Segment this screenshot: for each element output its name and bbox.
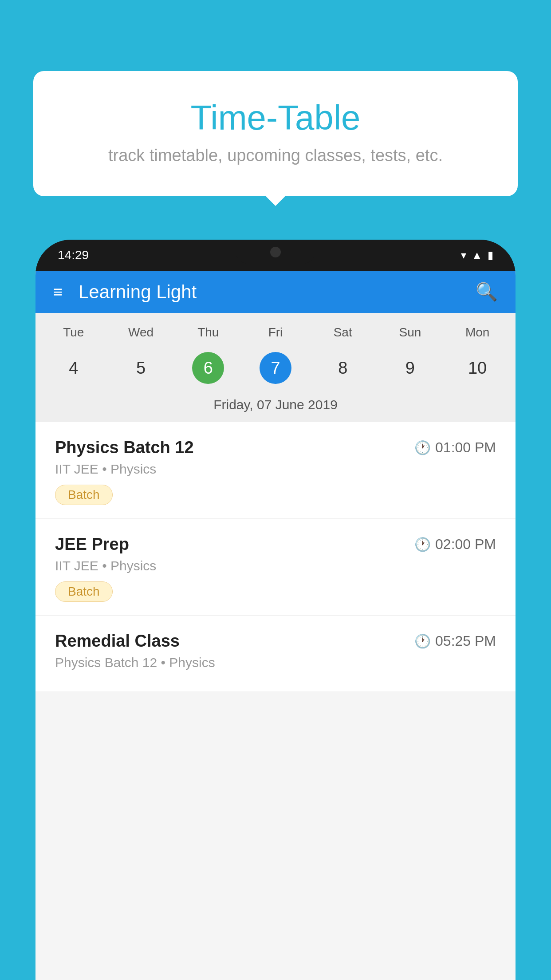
day-header-mon: Mon: [444, 322, 511, 343]
speech-bubble-container: Time-Table track timetable, upcoming cla…: [33, 71, 518, 196]
speech-bubble: Time-Table track timetable, upcoming cla…: [33, 71, 518, 196]
clock-icon-1: 🕐: [414, 537, 431, 552]
day-header-thu: Thu: [174, 322, 242, 343]
schedule-list: Physics Batch 12 🕐 01:00 PM IIT JEE • Ph…: [35, 422, 516, 692]
schedule-item-1[interactable]: JEE Prep 🕐 02:00 PM IIT JEE • Physics Ba…: [35, 519, 516, 616]
schedule-item-2[interactable]: Remedial Class 🕐 05:25 PM Physics Batch …: [35, 616, 516, 692]
day-headers: Tue Wed Thu Fri Sat Sun Mon: [35, 322, 516, 343]
day-header-sat: Sat: [309, 322, 377, 343]
search-icon[interactable]: 🔍: [476, 281, 498, 302]
day-numbers: 4 5 6 7 8 9 10: [35, 346, 516, 390]
app-title: Learning Light: [79, 281, 476, 303]
status-bar: 14:29 ▾ ▲ ▮: [35, 240, 516, 271]
signal-icon: ▲: [472, 249, 482, 261]
schedule-item-0[interactable]: Physics Batch 12 🕐 01:00 PM IIT JEE • Ph…: [35, 422, 516, 519]
bubble-title: Time-Table: [55, 98, 496, 138]
schedule-item-0-header: Physics Batch 12 🕐 01:00 PM: [55, 438, 496, 457]
app-header: ≡ Learning Light 🔍: [35, 271, 516, 313]
date-6-today[interactable]: 6: [174, 346, 242, 390]
schedule-item-1-subtitle: IIT JEE • Physics: [55, 558, 496, 573]
day-header-tue: Tue: [40, 322, 107, 343]
date-4[interactable]: 4: [40, 346, 107, 390]
schedule-item-1-title: JEE Prep: [55, 535, 129, 554]
date-8[interactable]: 8: [309, 346, 377, 390]
date-7-selected[interactable]: 7: [242, 346, 309, 390]
day-header-sun: Sun: [377, 322, 444, 343]
schedule-item-0-title: Physics Batch 12: [55, 438, 194, 457]
status-time: 14:29: [58, 248, 89, 262]
wifi-icon: ▾: [461, 249, 466, 261]
today-circle: 6: [192, 352, 224, 384]
hamburger-icon[interactable]: ≡: [53, 284, 63, 300]
date-9[interactable]: 9: [377, 346, 444, 390]
notch: [236, 240, 315, 264]
schedule-item-2-subtitle: Physics Batch 12 • Physics: [55, 655, 496, 670]
schedule-item-0-time: 🕐 01:00 PM: [414, 439, 496, 456]
batch-badge-1: Batch: [55, 581, 113, 602]
phone-frame: 14:29 ▾ ▲ ▮ ≡ Learning Light 🔍 Tue Wed T…: [35, 240, 516, 980]
schedule-item-1-header: JEE Prep 🕐 02:00 PM: [55, 535, 496, 554]
schedule-item-2-title: Remedial Class: [55, 632, 180, 651]
bubble-subtitle: track timetable, upcoming classes, tests…: [55, 146, 496, 165]
camera-dot: [270, 247, 281, 257]
day-header-wed: Wed: [107, 322, 175, 343]
battery-icon: ▮: [488, 249, 493, 261]
status-icons: ▾ ▲ ▮: [461, 249, 493, 261]
selected-circle: 7: [260, 352, 291, 384]
calendar-strip: Tue Wed Thu Fri Sat Sun Mon 4 5 6 7 8 9 …: [35, 313, 516, 422]
selected-date-label: Friday, 07 June 2019: [35, 390, 516, 422]
schedule-item-0-subtitle: IIT JEE • Physics: [55, 462, 496, 477]
clock-icon-2: 🕐: [414, 633, 431, 649]
date-5[interactable]: 5: [107, 346, 175, 390]
clock-icon-0: 🕐: [414, 440, 431, 455]
schedule-item-2-header: Remedial Class 🕐 05:25 PM: [55, 632, 496, 651]
day-header-fri: Fri: [242, 322, 309, 343]
app-content: ≡ Learning Light 🔍 Tue Wed Thu Fri Sat S…: [35, 271, 516, 980]
batch-badge-0: Batch: [55, 485, 113, 505]
date-10[interactable]: 10: [444, 346, 511, 390]
schedule-item-2-time: 🕐 05:25 PM: [414, 633, 496, 649]
schedule-item-1-time: 🕐 02:00 PM: [414, 536, 496, 553]
